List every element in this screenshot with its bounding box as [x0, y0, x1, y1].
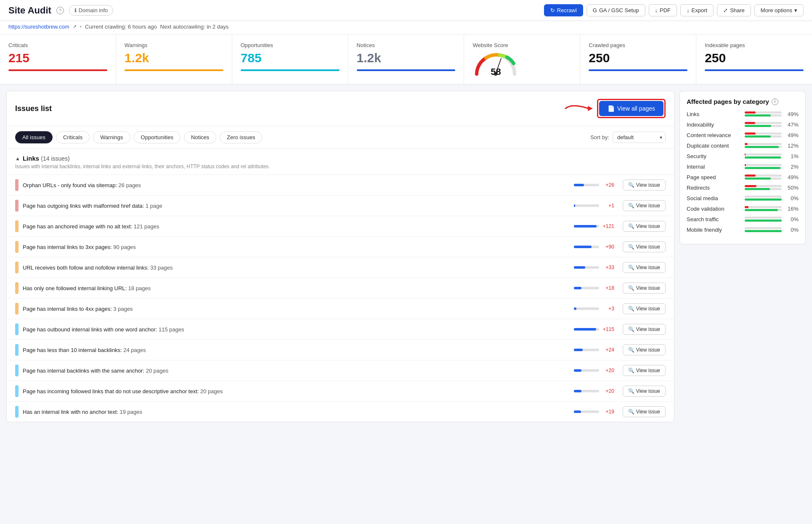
stat-warnings[interactable]: Warnings 1.2k	[116, 34, 232, 84]
sidebar-category-row[interactable]: Security 1%	[687, 153, 799, 159]
tab-warnings[interactable]: Warnings	[93, 131, 130, 143]
issue-pages: 115 pages	[159, 326, 184, 333]
recrawl-button[interactable]: ↻ Recrawl	[544, 4, 583, 16]
chevron-up-icon[interactable]: ▲	[15, 156, 20, 161]
sidebar-category-row[interactable]: Mobile friendly 0%	[687, 227, 799, 233]
tab-opportunities[interactable]: Opportunities	[134, 131, 180, 143]
view-issue-button[interactable]: 🔍 View issue	[623, 262, 666, 273]
issue-delta: +121	[574, 223, 614, 229]
issue-delta: +26	[574, 182, 614, 188]
tab-zero-issues[interactable]: Zero issues	[220, 131, 262, 143]
view-issue-button[interactable]: 🔍 View issue	[623, 180, 666, 191]
issue-text: Has an internal link with no anchor text…	[23, 409, 570, 415]
delta-value: +24	[602, 347, 614, 353]
sidebar-category-row[interactable]: Content relevance 49%	[687, 132, 799, 138]
more-options-button[interactable]: More options ▾	[754, 4, 804, 16]
help-icon[interactable]: ?	[56, 7, 64, 14]
sidebar-category-row[interactable]: Redirects 50%	[687, 185, 799, 191]
category-bars	[745, 227, 782, 233]
stat-criticals[interactable]: Criticals 215	[0, 34, 116, 84]
severity-indicator	[15, 344, 19, 356]
issue-row: Page has internal backlinks with the sam…	[7, 360, 674, 381]
tab-notices[interactable]: Notices	[184, 131, 216, 143]
view-issue-button[interactable]: 🔍 View issue	[623, 406, 666, 417]
issue-text: Page has incoming followed links that do…	[23, 388, 570, 394]
search-icon: 🔍	[628, 203, 634, 209]
site-url-link[interactable]: https://sureshotbrew.com	[8, 24, 69, 30]
delta-value: +1	[602, 203, 614, 209]
delta-bar	[574, 410, 599, 413]
view-all-pages-button[interactable]: 📄 View all pages	[599, 101, 663, 116]
tab-all-issues[interactable]: All issues	[15, 131, 53, 143]
severity-indicator	[15, 323, 19, 335]
sidebar-category-row[interactable]: Duplicate content 12%	[687, 143, 799, 149]
delta-bar	[574, 225, 599, 228]
issue-pages: 3 pages	[113, 306, 133, 312]
delta-value: +3	[602, 306, 614, 312]
category-header: ▲ Links (14 issues)	[7, 149, 674, 164]
view-issue-button[interactable]: 🔍 View issue	[623, 365, 666, 376]
severity-indicator	[15, 241, 19, 253]
category-bars	[745, 206, 782, 212]
header-actions: ↻ Recrawl G GA / GSC Setup ↓ PDF ↓ Expor…	[544, 4, 804, 16]
delta-value: +90	[602, 244, 614, 250]
delta-value: +20	[602, 388, 614, 394]
delta-bar	[574, 307, 599, 310]
issue-text: Page has outbound internal links with on…	[23, 326, 570, 333]
sidebar-category-row[interactable]: Links 49%	[687, 111, 799, 117]
issue-delta: +3	[574, 306, 614, 312]
category-name: Internal	[687, 164, 741, 170]
stat-opportunities[interactable]: Opportunities 785	[232, 34, 348, 84]
export-button[interactable]: ↓ Export	[680, 4, 714, 16]
stat-website-score[interactable]: Website Score 58	[464, 34, 580, 84]
red-bar-track	[745, 206, 782, 208]
red-bar-fill	[745, 153, 746, 156]
sidebar-category-row[interactable]: Social media 0%	[687, 195, 799, 201]
issue-row: Page has outgoing links with malformed h…	[7, 195, 674, 216]
delta-bar	[574, 349, 599, 351]
issue-delta: +90	[574, 244, 614, 250]
category-name: Security	[687, 153, 741, 159]
category-percentage: 12%	[785, 143, 799, 149]
view-issue-button[interactable]: 🔍 View issue	[623, 283, 666, 294]
sidebar-category-row[interactable]: Page speed 49%	[687, 174, 799, 180]
view-issue-button[interactable]: 🔍 View issue	[623, 386, 666, 397]
view-issue-button[interactable]: 🔍 View issue	[623, 221, 666, 232]
sidebar-category-row[interactable]: Indexability 47%	[687, 122, 799, 128]
share-button[interactable]: ⤢ Share	[717, 4, 751, 16]
green-bar-track	[745, 230, 782, 232]
main-content: Issues list 📄 View all pages All issu	[0, 85, 812, 429]
view-issue-button[interactable]: 🔍 View issue	[623, 344, 666, 355]
sidebar-info-icon[interactable]: i	[772, 98, 778, 105]
delta-fill	[574, 246, 592, 248]
category-title: Links (14 issues)	[23, 155, 70, 162]
stat-indexable-pages[interactable]: Indexable pages 250	[696, 34, 812, 84]
tab-criticals[interactable]: Criticals	[56, 131, 90, 143]
pdf-button[interactable]: ↓ PDF	[649, 4, 677, 16]
category-name: Social media	[687, 195, 741, 201]
issue-row: Page has incoming followed links that do…	[7, 381, 674, 401]
delta-value: +33	[602, 265, 614, 270]
search-icon: 🔍	[628, 347, 634, 353]
header-left: Site Audit ? ℹ Domain info	[8, 5, 113, 16]
view-issue-button[interactable]: 🔍 View issue	[623, 324, 666, 335]
criticals-bar	[8, 69, 107, 71]
stat-notices[interactable]: Notices 1.2k	[348, 34, 464, 84]
sidebar-category-row[interactable]: Internal 2%	[687, 164, 799, 170]
issue-delta: +1	[574, 203, 614, 209]
category-name: Redirects	[687, 185, 741, 191]
green-bar-track	[745, 198, 782, 201]
sort-select[interactable]: default severity pages affected	[613, 132, 666, 143]
view-issue-button[interactable]: 🔍 View issue	[623, 241, 666, 252]
sidebar-category-row[interactable]: Search traffic 0%	[687, 216, 799, 222]
view-issue-button[interactable]: 🔍 View issue	[623, 200, 666, 211]
stat-crawled-pages[interactable]: Crawled pages 250	[580, 34, 696, 84]
ga-gsc-button[interactable]: G GA / GSC Setup	[586, 4, 645, 16]
sidebar-category-row[interactable]: Code validation 16%	[687, 206, 799, 212]
filter-tabs: All issues Criticals Warnings Opportunit…	[15, 131, 262, 143]
issues-list: ▲ Links (14 issues) Issues with internal…	[7, 149, 674, 422]
green-bar-fill	[745, 125, 771, 127]
view-issue-button[interactable]: 🔍 View issue	[623, 303, 666, 314]
domain-info-button[interactable]: ℹ Domain info	[69, 5, 113, 16]
view-all-container: 📄 View all pages	[563, 99, 666, 118]
